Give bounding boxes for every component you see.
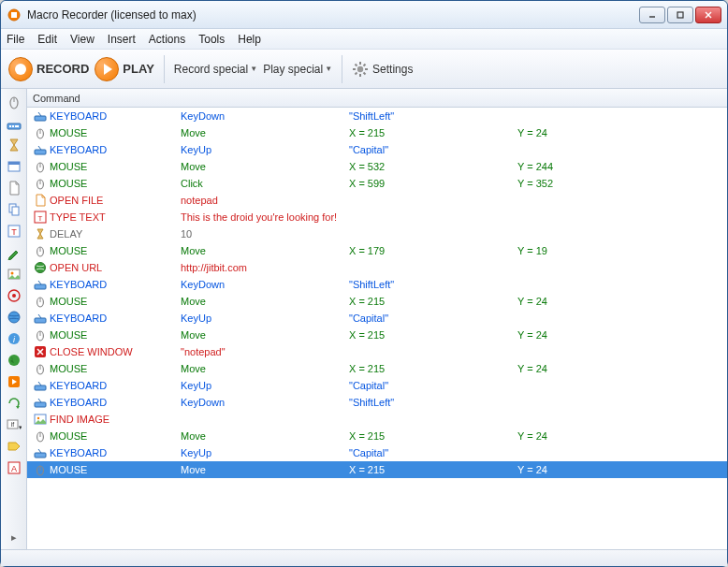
picker-icon [7, 245, 22, 260]
side-image-button[interactable] [4, 265, 24, 284]
maximize-button[interactable] [667, 7, 693, 23]
macro-grid[interactable]: KEYBOARDKeyDown"ShiftLeft"MOUSEMoveX = 2… [27, 108, 727, 549]
side-keyboard-button[interactable] [4, 114, 24, 133]
macro-row[interactable]: OPEN FILEnotepad [27, 192, 727, 209]
mouse-icon [7, 94, 22, 109]
cell-c2: notepad [181, 195, 349, 206]
side-copy-button[interactable] [4, 200, 24, 219]
side-globe-button[interactable] [4, 308, 24, 327]
side-font-button[interactable]: A [4, 458, 24, 477]
side-run-button[interactable] [4, 372, 24, 391]
play-label: PLAY [123, 62, 153, 76]
side-label-button[interactable] [4, 437, 24, 456]
side-info-button[interactable]: i [4, 329, 24, 348]
grid-header[interactable]: Command [27, 89, 727, 108]
side-delay-button[interactable] [4, 136, 24, 154]
cell-c3: X = 215 [349, 329, 517, 341]
macro-row[interactable]: MOUSEClickX = 599Y = 352 [27, 175, 727, 192]
macro-row[interactable]: MOUSEMoveX = 179Y = 19 [27, 242, 727, 259]
svg-rect-22 [8, 162, 20, 165]
macro-row[interactable]: KEYBOARDKeyUp"Capital" [27, 377, 727, 394]
macro-row[interactable]: DELAY10 [27, 225, 727, 242]
side-window-button[interactable] [4, 157, 24, 176]
menu-edit[interactable]: Edit [37, 33, 57, 46]
cell-c3: X = 179 [349, 245, 517, 256]
macro-row[interactable]: MOUSEMoveX = 215Y = 24 [27, 428, 727, 444]
macro-row[interactable]: KEYBOARDKeyDown"ShiftLeft" [27, 394, 727, 411]
mouse-icon [31, 160, 50, 173]
cell-c3: X = 532 [349, 161, 517, 172]
minimize-button[interactable] [639, 7, 665, 23]
macro-row[interactable]: KEYBOARDKeyUp"Capital" [27, 444, 727, 461]
cell-c1: MOUSE [50, 178, 181, 189]
menu-view[interactable]: View [70, 33, 95, 46]
macro-row[interactable]: TYPE TEXTThis is the droid you're lookin… [27, 209, 727, 225]
side-world-button[interactable] [4, 351, 24, 370]
cell-c1: MOUSE [50, 363, 181, 374]
cell-c2: Move [181, 430, 349, 442]
settings-button[interactable]: Settings [352, 61, 413, 78]
cell-c2: Move [181, 296, 349, 307]
cell-c2: This is the droid you're looking for! [181, 211, 349, 223]
menu-actions[interactable]: Actions [149, 33, 185, 46]
cell-c1: KEYBOARD [50, 313, 181, 324]
kb-icon [31, 446, 50, 459]
macro-row[interactable]: KEYBOARDKeyUp"Capital" [27, 310, 727, 327]
macro-row[interactable]: KEYBOARDKeyUp"Capital" [27, 141, 727, 158]
menu-help[interactable]: Help [238, 33, 261, 46]
if-icon: if▾ [7, 417, 22, 432]
mouse-icon [31, 328, 50, 342]
macro-row[interactable]: KEYBOARDKeyDown"ShiftLeft" [27, 276, 727, 293]
side-mouse-button[interactable] [4, 93, 24, 111]
macro-row[interactable]: KEYBOARDKeyDown"ShiftLeft" [27, 108, 727, 124]
side-target-button[interactable] [4, 286, 24, 305]
cell-c1: KEYBOARD [50, 144, 181, 155]
column-header-command: Command [33, 93, 80, 104]
macro-row[interactable]: MOUSEMoveX = 215Y = 24 [27, 293, 727, 310]
cell-c4: Y = 24 [517, 430, 630, 442]
mouse-icon [31, 362, 50, 375]
record-button[interactable]: RECORD [8, 57, 89, 81]
macro-row[interactable]: MOUSEMoveX = 215Y = 24 [27, 124, 727, 141]
play-special-dropdown[interactable]: Play special ▼ [263, 63, 332, 76]
macro-row[interactable]: OPEN URLhttp://jitbit.com [27, 259, 727, 276]
cell-c2: KeyUp [181, 313, 349, 324]
delay-icon [31, 227, 50, 240]
record-special-dropdown[interactable]: Record special ▼ [174, 63, 257, 76]
cell-c3: X = 599 [349, 178, 517, 189]
svg-line-14 [356, 72, 357, 74]
macro-row[interactable]: MOUSEMoveX = 532Y = 244 [27, 158, 727, 175]
menu-insert[interactable]: Insert [108, 33, 136, 46]
text-icon: T [7, 224, 22, 239]
play-icon [95, 57, 119, 81]
macro-row[interactable]: MOUSEMoveX = 215Y = 24 [27, 360, 727, 377]
cell-c1: KEYBOARD [50, 447, 181, 458]
cell-c4: Y = 19 [517, 245, 630, 256]
svg-point-6 [357, 65, 363, 71]
menu-tools[interactable]: Tools [198, 33, 225, 46]
gear-icon [352, 61, 369, 78]
side-file-button[interactable] [4, 179, 24, 197]
svg-rect-3 [677, 12, 683, 18]
side-text-button[interactable]: T [4, 222, 24, 240]
menu-file[interactable]: File [7, 33, 24, 46]
play-button[interactable]: PLAY [95, 57, 153, 81]
cell-c4: Y = 24 [517, 464, 630, 475]
side-if-button[interactable]: if▾ [4, 415, 24, 434]
macro-row[interactable]: FIND IMAGE [27, 411, 727, 428]
macro-row[interactable]: MOUSEMoveX = 215Y = 24 [27, 461, 727, 478]
kb-icon [31, 143, 50, 156]
close-button[interactable] [695, 7, 721, 23]
macro-row[interactable]: MOUSEMoveX = 215Y = 24 [27, 327, 727, 343]
cell-c2: Move [181, 329, 349, 341]
kb-icon [31, 396, 50, 409]
titlebar[interactable]: Macro Recorder (licensed to max) [1, 1, 727, 29]
side-repeat-button[interactable] [4, 394, 24, 413]
globe-icon [7, 310, 22, 325]
side-expander[interactable]: ▸ [6, 529, 22, 545]
macro-row[interactable]: CLOSE WINDOW"notepad" [27, 343, 727, 360]
cell-c3: "ShiftLeft" [349, 110, 517, 122]
cell-c4: Y = 24 [517, 363, 630, 374]
side-picker-button[interactable] [4, 243, 24, 262]
label-icon [7, 439, 22, 454]
